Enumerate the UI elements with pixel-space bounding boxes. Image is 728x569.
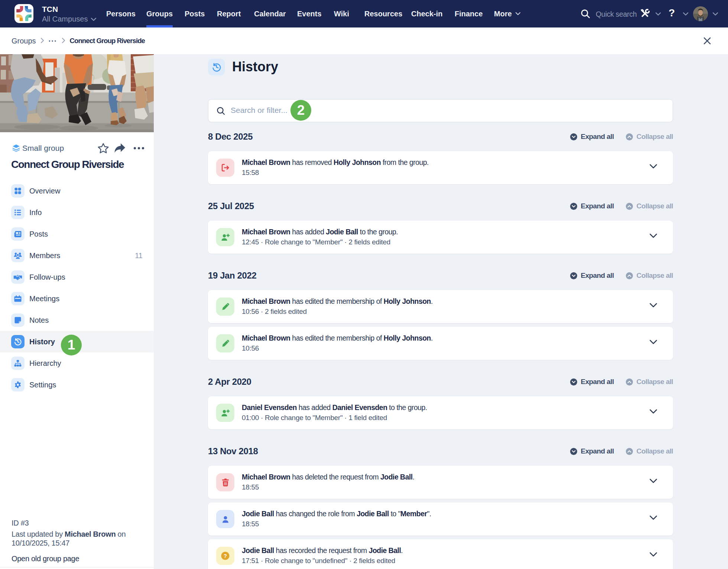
svg-text:?: ?	[224, 553, 227, 559]
